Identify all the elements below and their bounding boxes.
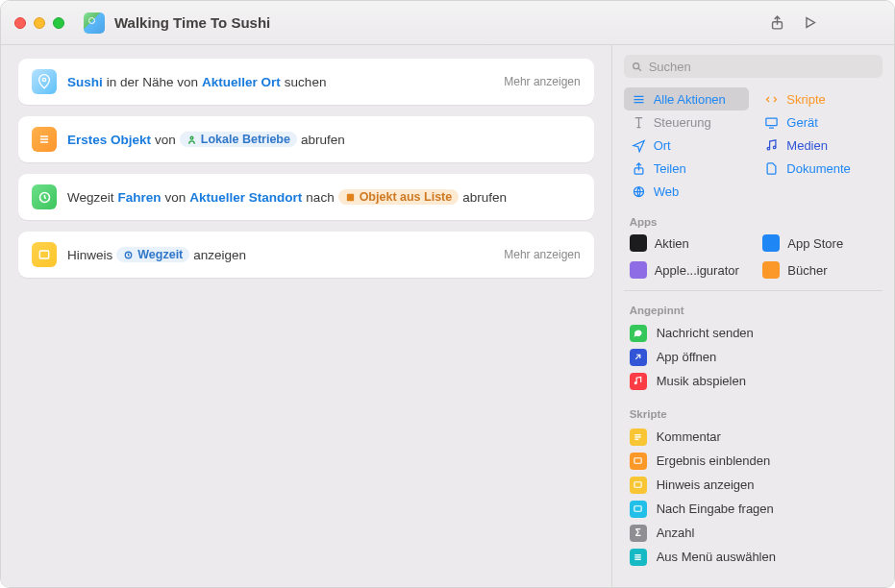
action-count[interactable]: ΣAnzahl xyxy=(624,521,883,545)
param-query[interactable]: Sushi xyxy=(67,75,103,89)
svg-marker-1 xyxy=(806,18,814,28)
svg-point-28 xyxy=(634,382,636,384)
maps-icon xyxy=(32,69,57,94)
minimize-window-button[interactable] xyxy=(34,17,45,29)
svg-rect-8 xyxy=(346,193,353,200)
window-controls xyxy=(14,17,64,29)
shortcut-icon xyxy=(84,12,105,34)
cat-location[interactable]: Ort xyxy=(624,134,750,157)
search-placeholder: Suchen xyxy=(649,60,691,74)
cat-control[interactable]: Steuerung xyxy=(624,110,750,134)
share-button[interactable] xyxy=(763,10,790,37)
svg-rect-22 xyxy=(766,118,777,126)
action-show-alert[interactable]: Hinweis anzeigen xyxy=(624,473,883,497)
action-send-message[interactable]: Nachricht senden xyxy=(624,321,883,345)
action-comment[interactable]: Kommentar xyxy=(624,425,883,449)
cat-media[interactable]: Medien xyxy=(757,134,883,157)
param-location[interactable]: Aktueller Ort xyxy=(202,75,281,89)
list-icon xyxy=(32,127,57,152)
close-window-button[interactable] xyxy=(14,17,26,29)
svg-point-2 xyxy=(42,78,45,81)
cat-device[interactable]: Gerät xyxy=(757,110,883,134)
zoom-window-button[interactable] xyxy=(53,17,64,29)
action-open-app[interactable]: App öffnen xyxy=(624,345,883,369)
svg-rect-33 xyxy=(634,482,641,488)
action-ask-input[interactable]: Nach Eingabe fragen xyxy=(624,497,883,521)
clock-icon xyxy=(32,184,57,209)
action-show-result[interactable]: Ergebnis einblenden xyxy=(624,449,883,473)
action-search-nearby[interactable]: Sushi in der Nähe von Aktueller Ort such… xyxy=(18,59,594,105)
section-scripts-header: Skripte xyxy=(612,395,894,423)
param-origin[interactable]: Aktueller Standort xyxy=(189,190,302,205)
app-stocks[interactable]: Aktien xyxy=(624,231,750,256)
param-message[interactable]: Wegzeit xyxy=(116,247,189,262)
action-travel-time[interactable]: Wegzeit Fahren von Aktueller Standort na… xyxy=(18,174,594,220)
svg-line-18 xyxy=(638,68,641,71)
show-more[interactable]: Mehr anzeigen xyxy=(504,75,580,88)
action-show-alert[interactable]: Hinweis Wegzeit anzeigen Mehr anzeigen xyxy=(18,232,594,278)
app-books[interactable]: Bücher xyxy=(757,257,883,282)
alert-icon xyxy=(32,242,57,267)
action-first-item[interactable]: Erstes Objekt von Lokale Betriebe abrufe… xyxy=(18,116,594,162)
svg-point-24 xyxy=(767,147,770,150)
param-item[interactable]: Erstes Objekt xyxy=(67,133,151,147)
svg-rect-32 xyxy=(634,458,641,464)
app-configurator[interactable]: Apple...igurator xyxy=(624,257,750,282)
workflow-editor: Sushi in der Nähe von Aktueller Ort such… xyxy=(1,45,611,587)
library-sidebar: Suchen Alle Aktionen Skripte Steuerung G… xyxy=(611,45,894,587)
svg-point-6 xyxy=(190,136,193,139)
cat-documents[interactable]: Dokumente xyxy=(757,157,883,180)
cat-share[interactable]: Teilen xyxy=(624,157,750,180)
param-destination[interactable]: Objekt aus Liste xyxy=(338,189,460,205)
show-more[interactable]: Mehr anzeigen xyxy=(504,248,580,261)
svg-point-25 xyxy=(774,146,777,149)
param-source[interactable]: Lokale Betriebe xyxy=(180,132,297,147)
section-pinned-header: Angepinnt xyxy=(612,297,894,319)
action-choose-menu[interactable]: Aus Menü auswählen xyxy=(624,545,883,569)
library-search[interactable]: Suchen xyxy=(624,55,883,78)
section-apps-header: Apps xyxy=(612,208,894,231)
app-appstore[interactable]: App Store xyxy=(757,231,883,256)
cat-scripts[interactable]: Skripte xyxy=(757,87,883,110)
search-icon xyxy=(631,61,643,73)
svg-rect-34 xyxy=(634,506,641,512)
action-play-music[interactable]: Musik abspielen xyxy=(624,369,883,393)
param-mode[interactable]: Fahren xyxy=(118,190,162,205)
titlebar: Walking Time To Sushi xyxy=(1,1,894,45)
cat-web[interactable]: Web xyxy=(624,180,750,203)
svg-rect-9 xyxy=(39,251,48,258)
category-grid: Alle Aktionen Skripte Steuerung Gerät Or… xyxy=(612,86,894,208)
cat-all-actions[interactable]: Alle Aktionen xyxy=(624,87,750,110)
shortcut-title: Walking Time To Sushi xyxy=(114,14,270,31)
svg-point-17 xyxy=(633,62,638,68)
run-button[interactable] xyxy=(796,10,823,37)
